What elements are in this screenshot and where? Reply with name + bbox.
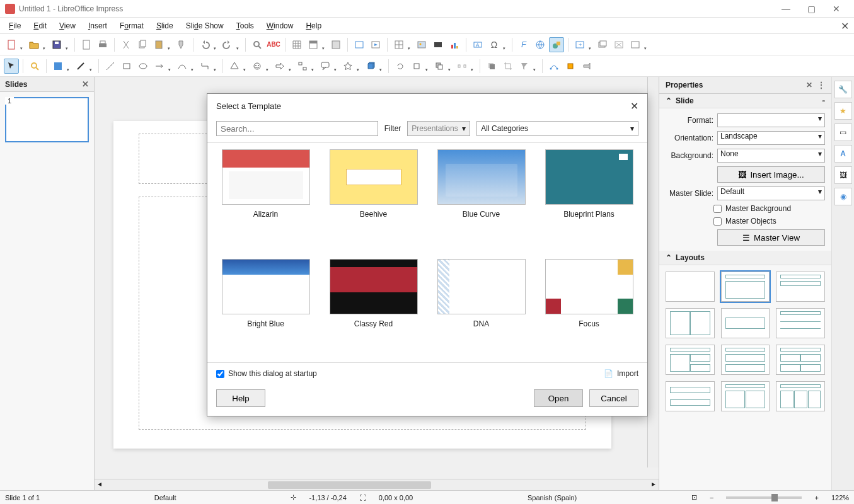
find-button[interactable] [250, 37, 265, 52]
cancel-button[interactable]: Cancel [589, 389, 638, 407]
menu-help[interactable]: Help [299, 19, 328, 33]
layout-title-content[interactable] [721, 272, 770, 302]
open-button[interactable]: Open [534, 389, 583, 407]
new-slide-button[interactable]: + [572, 37, 587, 52]
background-select[interactable]: None▾ [717, 149, 825, 163]
layout-6pane[interactable] [721, 381, 770, 411]
master-slide-select[interactable]: Default▾ [717, 186, 825, 200]
panel-menu-icon[interactable]: ⋮ [817, 81, 825, 89]
display-views-button[interactable] [306, 37, 321, 52]
3d-tool[interactable] [363, 59, 378, 74]
spellcheck-button[interactable]: ABC [266, 37, 281, 52]
category-combo[interactable]: All Categories▾ [476, 121, 638, 136]
more-options-icon[interactable]: ▫ [822, 96, 825, 105]
status-zoom[interactable]: 122% [831, 494, 849, 501]
layout-2col[interactable] [666, 308, 715, 338]
tab-slide-transition[interactable]: ★ [834, 102, 852, 120]
points-tool[interactable] [546, 59, 562, 74]
template-item[interactable]: Classy Red [324, 259, 423, 356]
tab-navigator[interactable]: ◉ [834, 188, 852, 205]
fill-color-tool[interactable] [50, 59, 66, 74]
hyperlink-button[interactable] [533, 37, 548, 52]
basic-shapes-tool[interactable] [227, 59, 242, 74]
zoom-slider[interactable] [726, 496, 802, 499]
layout-title-only[interactable] [721, 308, 770, 338]
rectangle-tool[interactable] [119, 59, 134, 74]
vertical-scrollbar[interactable] [647, 77, 659, 467]
align-tool[interactable] [409, 59, 424, 74]
layout-2row[interactable] [666, 381, 715, 411]
layout-3row[interactable] [721, 345, 770, 375]
format-select[interactable]: ▾ [717, 113, 825, 127]
copy-button[interactable] [135, 37, 150, 52]
select-tool[interactable] [4, 59, 19, 74]
chart-button[interactable] [447, 37, 462, 52]
duplicate-slide-button[interactable] [595, 37, 610, 52]
template-item[interactable]: Alizarin [216, 149, 315, 246]
paste-button[interactable] [151, 37, 166, 52]
rotate-tool[interactable] [393, 59, 408, 74]
crop-tool[interactable] [500, 59, 516, 74]
layouts-section-header[interactable]: ⌃ Layouts [659, 251, 831, 265]
fit-page-icon[interactable]: ⊡ [691, 493, 697, 501]
template-item[interactable]: Blueprint Plans [540, 149, 638, 246]
cut-button[interactable] [118, 37, 134, 52]
dialog-close-icon[interactable]: ✕ [630, 100, 638, 112]
layout-blank[interactable] [666, 272, 715, 302]
save-button[interactable] [49, 37, 64, 52]
minimize-button[interactable]: — [773, 0, 799, 18]
menu-slide[interactable]: Slide [150, 19, 180, 33]
search-input[interactable] [216, 121, 378, 136]
media-button[interactable] [430, 37, 446, 52]
slide-thumbnail[interactable]: 1 [5, 97, 89, 142]
menu-tools[interactable]: Tools [230, 19, 260, 33]
zoom-out-button[interactable]: − [710, 494, 713, 501]
close-document-button[interactable]: ✕ [841, 20, 849, 32]
ellipse-tool[interactable] [136, 59, 151, 74]
layout-title-2content[interactable] [776, 272, 825, 302]
import-button[interactable]: 📄 Import [604, 369, 638, 378]
arrange-tool[interactable] [432, 59, 447, 74]
connector-tool[interactable] [197, 59, 212, 74]
orientation-select[interactable]: Landscape▾ [717, 131, 825, 145]
menu-file[interactable]: File [3, 19, 27, 33]
flowchart-tool[interactable] [295, 59, 310, 74]
extrusion-tool[interactable] [579, 59, 594, 74]
line-color-tool[interactable] [73, 59, 88, 74]
menu-slideshow[interactable]: Slide Show [180, 19, 230, 33]
undo-button[interactable] [197, 37, 212, 52]
layout-grid[interactable] [776, 381, 825, 411]
arrow-tool[interactable] [152, 59, 167, 74]
menu-format[interactable]: Format [113, 19, 150, 33]
tab-animation[interactable]: ▭ [834, 123, 852, 141]
template-item[interactable]: DNA [432, 259, 531, 356]
open-button[interactable] [26, 37, 42, 52]
symbol-shapes-tool[interactable] [250, 59, 265, 74]
gluepoints-tool[interactable] [563, 59, 578, 74]
startup-checkbox[interactable] [216, 370, 224, 378]
layout-4pane[interactable] [776, 345, 825, 375]
export-pdf-button[interactable] [79, 37, 94, 52]
menu-view[interactable]: View [53, 19, 82, 33]
start-current-button[interactable] [368, 37, 383, 52]
line-tool[interactable] [103, 59, 118, 74]
menu-window[interactable]: Window [260, 19, 300, 33]
master-view-button[interactable]: ☰ Master View [717, 229, 825, 246]
insert-image-button[interactable]: 🖼 Insert Image... [717, 166, 825, 183]
template-item[interactable]: Beehive [324, 149, 423, 246]
clone-format-button[interactable] [174, 37, 189, 52]
slide-section-header[interactable]: ⌃ Slide ▫ [659, 94, 831, 108]
callout-tool[interactable] [318, 59, 333, 74]
tab-properties[interactable]: 🔧 [834, 81, 852, 98]
redo-button[interactable] [220, 37, 235, 52]
table-button[interactable] [391, 37, 407, 52]
block-arrows-tool[interactable] [272, 59, 287, 74]
slides-panel-close-icon[interactable]: ✕ [82, 79, 89, 89]
tab-gallery[interactable]: 🖼 [834, 166, 852, 184]
help-button[interactable]: Help [216, 389, 265, 407]
layout-3pane[interactable] [666, 345, 715, 375]
distribute-tool[interactable] [454, 59, 470, 74]
curve-tool[interactable] [175, 59, 190, 74]
template-item[interactable]: Focus [540, 259, 638, 356]
panel-close-icon[interactable]: ✕ [806, 81, 812, 89]
